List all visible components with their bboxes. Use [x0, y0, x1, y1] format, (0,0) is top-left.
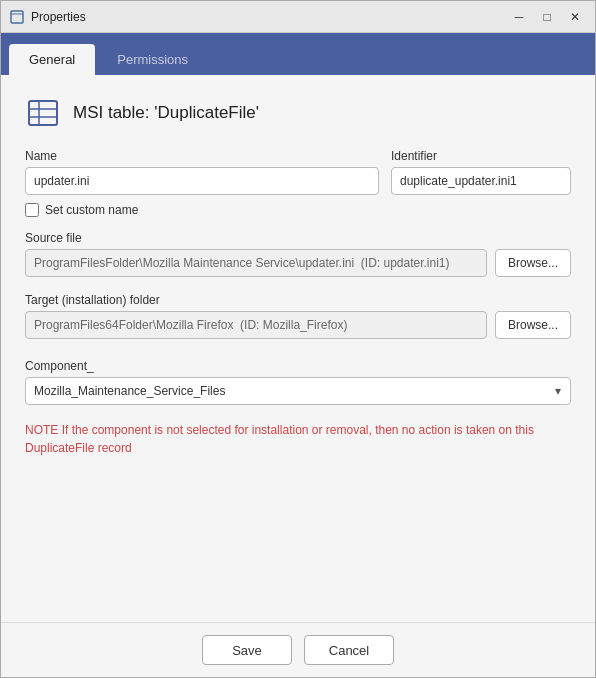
- source-file-section: Source file Browse...: [25, 231, 571, 277]
- properties-window: Properties ─ □ ✕ General Permissions MSI…: [0, 0, 596, 678]
- source-file-label: Source file: [25, 231, 571, 245]
- tab-bar: General Permissions: [1, 33, 595, 75]
- form-header: MSI table: 'DuplicateFile': [25, 95, 571, 131]
- svg-rect-2: [29, 101, 57, 125]
- name-label: Name: [25, 149, 379, 163]
- minimize-button[interactable]: ─: [507, 7, 531, 27]
- tab-general[interactable]: General: [9, 44, 95, 75]
- identifier-label: Identifier: [391, 149, 571, 163]
- identifier-input[interactable]: [391, 167, 571, 195]
- window-title: Properties: [31, 10, 507, 24]
- component-select-wrapper: Mozilla_Maintenance_Service_Files: [25, 377, 571, 405]
- save-button[interactable]: Save: [202, 635, 292, 665]
- target-folder-input[interactable]: [25, 311, 487, 339]
- maximize-button[interactable]: □: [535, 7, 559, 27]
- target-folder-label: Target (installation) folder: [25, 293, 571, 307]
- note-text: NOTE If the component is not selected fo…: [25, 421, 571, 457]
- footer: Save Cancel: [1, 622, 595, 677]
- source-file-row: Browse...: [25, 249, 571, 277]
- component-section: Component_ Mozilla_Maintenance_Service_F…: [25, 359, 571, 405]
- content-area: MSI table: 'DuplicateFile' Name Identifi…: [1, 75, 595, 622]
- component-label: Component_: [25, 359, 571, 373]
- title-bar: Properties ─ □ ✕: [1, 1, 595, 33]
- svg-rect-0: [11, 11, 23, 23]
- name-input[interactable]: [25, 167, 379, 195]
- cancel-button[interactable]: Cancel: [304, 635, 394, 665]
- window-icon: [9, 9, 25, 25]
- close-button[interactable]: ✕: [563, 7, 587, 27]
- identifier-field-group: Identifier: [391, 149, 571, 195]
- tab-permissions[interactable]: Permissions: [97, 44, 208, 75]
- target-folder-row: Browse...: [25, 311, 571, 339]
- name-identifier-row: Name Identifier: [25, 149, 571, 195]
- target-folder-section: Target (installation) folder Browse...: [25, 293, 571, 339]
- target-browse-button[interactable]: Browse...: [495, 311, 571, 339]
- custom-name-row: Set custom name: [25, 203, 571, 217]
- window-controls: ─ □ ✕: [507, 7, 587, 27]
- name-field-group: Name: [25, 149, 379, 195]
- component-select[interactable]: Mozilla_Maintenance_Service_Files: [25, 377, 571, 405]
- source-browse-button[interactable]: Browse...: [495, 249, 571, 277]
- custom-name-label[interactable]: Set custom name: [45, 203, 138, 217]
- page-title: MSI table: 'DuplicateFile': [73, 103, 259, 123]
- table-icon: [25, 95, 61, 131]
- source-file-input[interactable]: [25, 249, 487, 277]
- custom-name-checkbox[interactable]: [25, 203, 39, 217]
